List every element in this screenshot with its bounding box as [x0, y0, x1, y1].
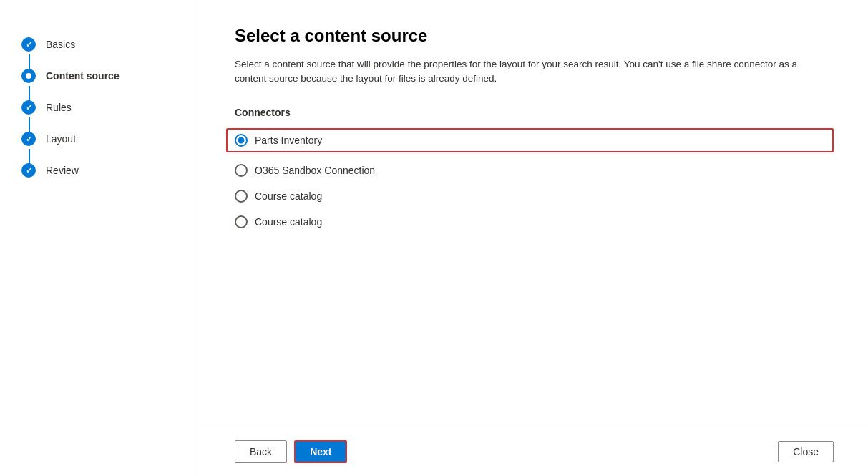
step-circle-layout: ✓ — [21, 132, 36, 146]
back-button[interactable]: Back — [235, 440, 287, 463]
radio-label-course-catalog-1: Course catalog — [255, 190, 322, 202]
radio-o365-sandbox[interactable] — [235, 164, 248, 177]
step-circle-basics: ✓ — [21, 37, 36, 52]
radio-course-catalog-1[interactable] — [235, 190, 248, 203]
radio-group: Parts Inventory O365 Sandbox Connection … — [235, 128, 834, 230]
footer-left: Back Next — [235, 440, 347, 463]
radio-label-parts-inventory: Parts Inventory — [255, 135, 322, 146]
main-content: Select a content source Select a content… — [200, 0, 868, 476]
page-title: Select a content source — [235, 26, 834, 46]
step-label-basics: Basics — [46, 39, 75, 50]
step-circle-content-source — [21, 69, 36, 83]
step-label-layout: Layout — [46, 133, 76, 145]
step-label-content-source: Content source — [46, 70, 120, 82]
close-button[interactable]: Close — [778, 441, 834, 462]
sidebar-item-layout[interactable]: ✓ Layout — [21, 123, 178, 155]
sidebar-item-content-source[interactable]: Content source — [21, 60, 178, 92]
radio-option-course-catalog-1[interactable]: Course catalog — [235, 188, 834, 204]
radio-label-course-catalog-2: Course catalog — [255, 216, 322, 228]
check-icon: ✓ — [26, 40, 32, 49]
sidebar-item-review[interactable]: ✓ Review — [21, 155, 178, 186]
footer: Back Next Close — [200, 427, 868, 476]
radio-parts-inventory[interactable] — [235, 134, 248, 147]
radio-course-catalog-2[interactable] — [235, 215, 248, 228]
sidebar-item-basics[interactable]: ✓ Basics — [21, 29, 178, 60]
check-icon: ✓ — [26, 166, 32, 175]
connectors-label: Connectors — [235, 107, 834, 118]
radio-option-o365-sandbox[interactable]: O365 Sandbox Connection — [235, 162, 834, 178]
step-circle-rules: ✓ — [21, 100, 36, 115]
step-label-review: Review — [46, 165, 79, 176]
step-label-rules: Rules — [46, 102, 72, 113]
radio-label-o365-sandbox: O365 Sandbox Connection — [255, 165, 375, 176]
step-circle-review: ✓ — [21, 163, 36, 178]
check-icon: ✓ — [26, 135, 32, 144]
sidebar: ✓ Basics Content source ✓ Rules ✓ Layout… — [0, 0, 200, 476]
active-dot — [26, 73, 31, 79]
radio-option-course-catalog-2[interactable]: Course catalog — [235, 214, 834, 230]
page-description: Select a content source that will provid… — [235, 57, 821, 87]
radio-option-parts-inventory[interactable]: Parts Inventory — [226, 128, 834, 152]
check-icon: ✓ — [26, 103, 32, 112]
sidebar-item-rules[interactable]: ✓ Rules — [21, 92, 178, 123]
next-button[interactable]: Next — [294, 440, 347, 463]
